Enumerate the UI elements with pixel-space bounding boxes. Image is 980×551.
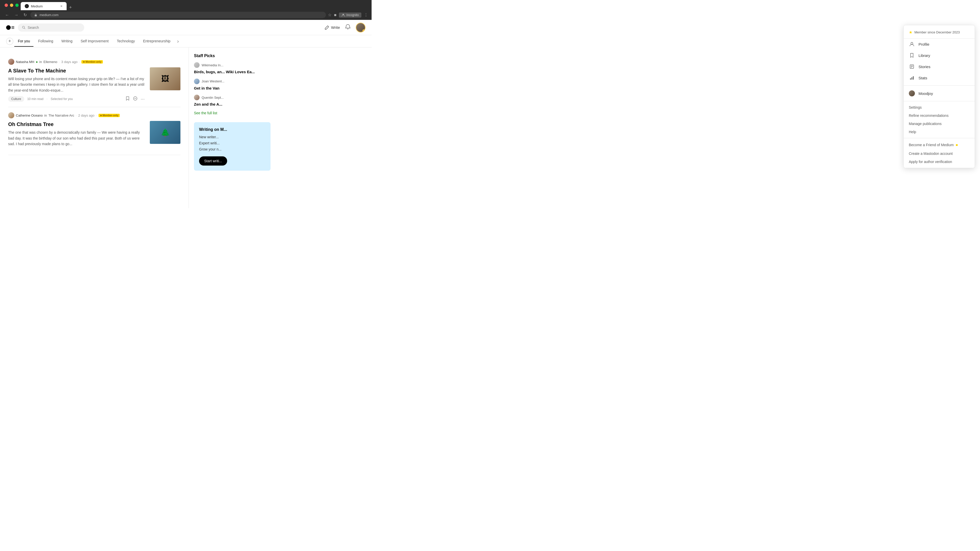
dropdown-overlay[interactable] [0,0,372,208]
